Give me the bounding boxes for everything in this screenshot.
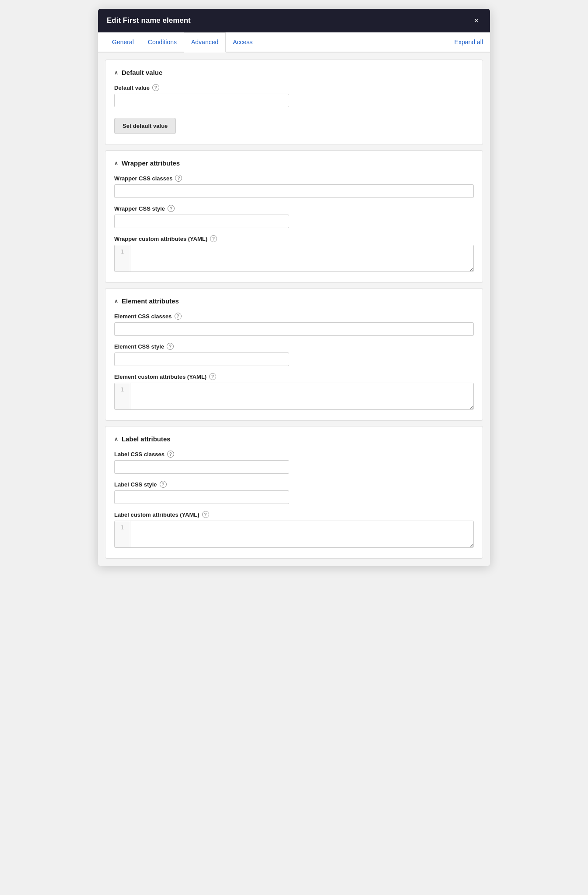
label-custom-attributes-group: Label custom attributes (YAML) ? 1: [114, 511, 474, 548]
default-value-label: Default value ?: [114, 84, 474, 91]
label-css-classes-help-icon: ?: [167, 451, 174, 458]
wrapper-css-style-group: Wrapper CSS style ?: [114, 205, 474, 228]
wrapper-custom-attributes-label: Wrapper custom attributes (YAML) ?: [114, 235, 474, 242]
element-css-style-help-icon: ?: [167, 343, 174, 350]
expand-all-button[interactable]: Expand all: [455, 32, 483, 52]
wrapper-attributes-title: Wrapper attributes: [122, 159, 180, 167]
label-css-style-input[interactable]: [114, 490, 289, 504]
wrapper-yaml-gutter: 1: [115, 245, 130, 271]
element-css-classes-input[interactable]: [114, 322, 474, 336]
label-css-classes-label: Label CSS classes ?: [114, 451, 474, 458]
default-value-section: ∧ Default value Default value ? Set defa…: [105, 60, 483, 145]
label-custom-attributes-help-icon: ?: [202, 511, 209, 518]
default-value-input[interactable]: [114, 94, 289, 107]
wrapper-css-style-label: Wrapper CSS style ?: [114, 205, 474, 212]
label-yaml-gutter: 1: [115, 521, 130, 547]
default-value-help-icon: ?: [152, 84, 159, 91]
label-yaml-input[interactable]: [130, 521, 473, 547]
element-yaml-field: 1: [114, 383, 474, 410]
label-attributes-section: ∧ Label attributes Label CSS classes ? L…: [105, 426, 483, 559]
label-css-style-label: Label CSS style ?: [114, 481, 474, 488]
wrapper-css-classes-label: Wrapper CSS classes ?: [114, 175, 474, 182]
edit-element-modal: Edit First name element × General Condit…: [98, 9, 490, 566]
tab-advanced[interactable]: Advanced: [184, 32, 226, 53]
element-attributes-section: ∧ Element attributes Element CSS classes…: [105, 288, 483, 421]
label-css-style-help-icon: ?: [160, 481, 167, 488]
wrapper-custom-attributes-group: Wrapper custom attributes (YAML) ? 1: [114, 235, 474, 272]
wrapper-css-classes-group: Wrapper CSS classes ?: [114, 175, 474, 198]
element-attributes-header: ∧ Element attributes: [114, 297, 474, 305]
element-css-classes-group: Element CSS classes ?: [114, 313, 474, 336]
close-button[interactable]: ×: [471, 16, 481, 25]
label-attributes-title: Label attributes: [122, 435, 171, 443]
element-custom-attributes-help-icon: ?: [209, 373, 216, 380]
label-css-classes-group: Label CSS classes ?: [114, 451, 474, 474]
chevron-down-icon-wrapper: ∧: [114, 160, 118, 166]
element-yaml-gutter: 1: [115, 383, 130, 409]
default-value-header: ∧ Default value: [114, 69, 474, 76]
wrapper-css-style-input[interactable]: [114, 215, 289, 228]
modal-title: Edit First name element: [107, 16, 191, 25]
wrapper-attributes-section: ∧ Wrapper attributes Wrapper CSS classes…: [105, 150, 483, 283]
chevron-down-icon-element: ∧: [114, 298, 118, 304]
label-css-classes-input[interactable]: [114, 460, 289, 474]
element-css-style-group: Element CSS style ?: [114, 343, 474, 366]
element-css-style-label: Element CSS style ?: [114, 343, 474, 350]
element-yaml-input[interactable]: [130, 383, 473, 409]
modal-body: ∧ Default value Default value ? Set defa…: [98, 53, 490, 566]
modal-header: Edit First name element ×: [98, 9, 490, 32]
element-css-classes-help-icon: ?: [175, 313, 182, 320]
label-custom-attributes-label: Label custom attributes (YAML) ?: [114, 511, 474, 518]
wrapper-yaml-input[interactable]: [130, 245, 473, 271]
chevron-down-icon: ∧: [114, 70, 118, 76]
wrapper-css-classes-help-icon: ?: [175, 175, 182, 182]
label-yaml-field: 1: [114, 521, 474, 548]
wrapper-attributes-header: ∧ Wrapper attributes: [114, 159, 474, 167]
element-custom-attributes-group: Element custom attributes (YAML) ? 1: [114, 373, 474, 410]
set-default-value-button[interactable]: Set default value: [114, 118, 176, 134]
element-css-classes-label: Element CSS classes ?: [114, 313, 474, 320]
tab-general[interactable]: General: [105, 32, 141, 53]
wrapper-css-classes-input[interactable]: [114, 184, 474, 198]
tab-conditions[interactable]: Conditions: [141, 32, 184, 53]
tabs-bar: General Conditions Advanced Access Expan…: [98, 32, 490, 53]
default-value-title: Default value: [122, 69, 162, 76]
tab-access[interactable]: Access: [226, 32, 259, 53]
element-attributes-title: Element attributes: [122, 297, 179, 305]
wrapper-yaml-field: 1: [114, 245, 474, 272]
label-attributes-header: ∧ Label attributes: [114, 435, 474, 443]
element-custom-attributes-label: Element custom attributes (YAML) ?: [114, 373, 474, 380]
default-value-field-group: Default value ?: [114, 84, 474, 107]
chevron-down-icon-label: ∧: [114, 436, 118, 442]
label-css-style-group: Label CSS style ?: [114, 481, 474, 504]
wrapper-custom-attributes-help-icon: ?: [210, 235, 217, 242]
wrapper-css-style-help-icon: ?: [168, 205, 175, 212]
element-css-style-input[interactable]: [114, 352, 289, 366]
